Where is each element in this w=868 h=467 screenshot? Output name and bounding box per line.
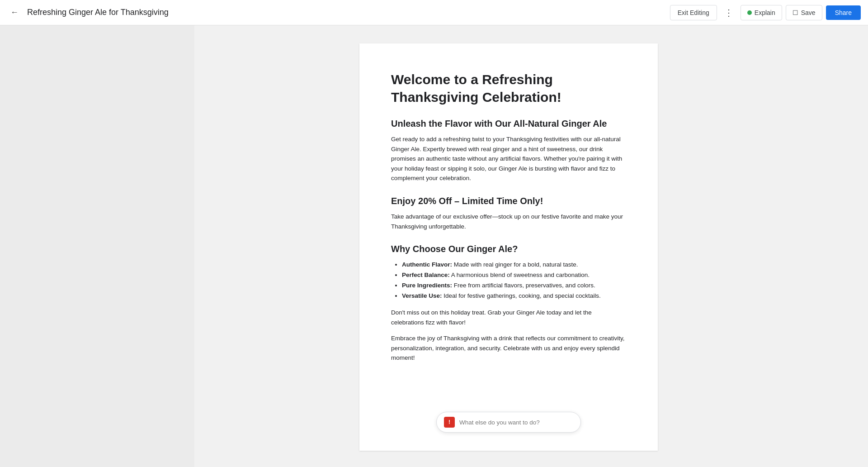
right-sidebar — [823, 25, 868, 467]
topbar-left: ← Refreshing Ginger Ale for Thanksgiving — [7, 5, 169, 20]
topbar-right: Exit Editing ⋮ Explain ☐ Save Share — [670, 5, 861, 21]
exit-editing-button[interactable]: Exit Editing — [670, 5, 717, 20]
list-item: Perfect Balance: A harmonious blend of s… — [402, 270, 626, 281]
doc-subheading-2: Enjoy 20% Off – Limited Time Only! — [391, 196, 626, 206]
ai-prompt-input[interactable] — [459, 419, 573, 426]
list-item: Pure Ingredients: Free from artificial f… — [402, 281, 626, 291]
save-button[interactable]: ☐ Save — [786, 5, 822, 20]
list-item-label-2: Perfect Balance: — [402, 272, 450, 278]
doc-paragraph-3: Don't miss out on this holiday treat. Gr… — [391, 308, 626, 327]
more-icon: ⋮ — [724, 7, 733, 18]
list-item-text-4: Ideal for festive gatherings, cooking, a… — [443, 292, 600, 299]
list-item-label-3: Pure Ingredients: — [402, 282, 452, 289]
doc-subheading-3: Why Choose Our Ginger Ale? — [391, 244, 626, 254]
ai-icon: ! — [444, 417, 455, 428]
list-item-text-2: A harmonious blend of sweetness and carb… — [451, 272, 590, 278]
doc-page: Welcome to a Refreshing Thanksgiving Cel… — [359, 43, 658, 451]
doc-paragraph-4: Embrace the joy of Thanksgiving with a d… — [391, 334, 626, 363]
doc-subheading-1: Unleash the Flavor with Our All-Natural … — [391, 119, 626, 129]
main-layout: Welcome to a Refreshing Thanksgiving Cel… — [0, 25, 868, 467]
list-item: Versatile Use: Ideal for festive gatheri… — [402, 291, 626, 301]
list-item: Authentic Flavor: Made with real ginger … — [402, 260, 626, 270]
list-item-text-1: Made with real ginger for a bold, natura… — [454, 261, 578, 268]
explain-button[interactable]: Explain — [741, 5, 782, 20]
doc-area[interactable]: Welcome to a Refreshing Thanksgiving Cel… — [194, 25, 823, 467]
save-label: Save — [801, 9, 816, 16]
list-item-label-1: Authentic Flavor: — [402, 261, 452, 268]
share-button[interactable]: Share — [826, 5, 861, 20]
ai-input-bar: ! — [436, 412, 581, 433]
back-icon: ← — [10, 8, 19, 17]
save-icon: ☐ — [793, 9, 798, 16]
doc-paragraph-1: Get ready to add a refreshing twist to y… — [391, 134, 626, 183]
topbar: ← Refreshing Ginger Ale for Thanksgiving… — [0, 0, 868, 25]
doc-title: Refreshing Ginger Ale for Thanksgiving — [27, 8, 169, 17]
back-button[interactable]: ← — [7, 5, 22, 20]
explain-label: Explain — [755, 9, 775, 16]
more-options-button[interactable]: ⋮ — [721, 5, 737, 21]
doc-heading-1: Welcome to a Refreshing Thanksgiving Cel… — [391, 71, 626, 106]
doc-paragraph-2: Take advantage of our exclusive offer—st… — [391, 212, 626, 231]
left-sidebar — [0, 25, 194, 467]
features-list: Authentic Flavor: Made with real ginger … — [402, 260, 626, 301]
explain-status-dot — [747, 10, 752, 15]
list-item-text-3: Free from artificial flavors, preservati… — [454, 282, 595, 289]
list-item-label-4: Versatile Use: — [402, 292, 442, 299]
